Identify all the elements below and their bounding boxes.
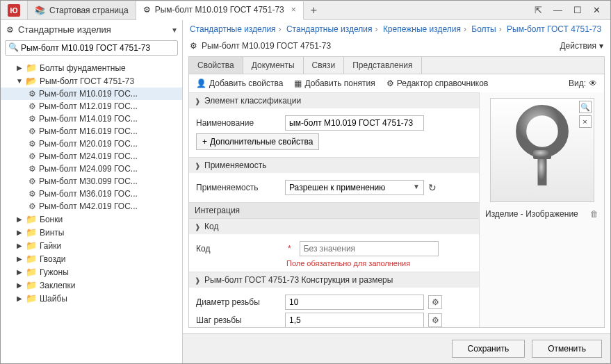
- required-mark: *: [288, 244, 291, 254]
- grid-icon: ▦: [294, 78, 302, 88]
- group-code[interactable]: ❱Код: [189, 218, 479, 234]
- tab-start-label: Стартовая страница: [49, 6, 129, 15]
- content-pane: Стандартные изделия› Стандартные изделия…: [183, 20, 610, 363]
- thread-diameter-input[interactable]: [285, 295, 424, 310]
- tab-properties[interactable]: Свойства: [189, 57, 243, 74]
- tree-item[interactable]: ⚙Рым-болт М14.019 ГОС...: [1, 113, 182, 125]
- save-button[interactable]: Сохранить: [452, 340, 526, 358]
- folder-icon: 📁: [26, 214, 37, 224]
- zoom-icon[interactable]: 🔍: [579, 101, 592, 113]
- gear-icon: ⚙: [6, 25, 14, 35]
- tree-item[interactable]: ⚙Рым-болт М20.019 ГОС...: [1, 138, 182, 150]
- plus-icon: +: [202, 137, 207, 147]
- window-controls: ⇱ — ☐ ✕: [525, 5, 610, 15]
- search-input[interactable]: [5, 40, 178, 56]
- app-logo-tab[interactable]: Ю: [1, 1, 28, 19]
- folder-icon: 📁: [26, 280, 37, 290]
- minimize-icon[interactable]: —: [553, 5, 562, 15]
- book-icon: 📚: [35, 6, 45, 15]
- group-applicability[interactable]: ❱Применяемость: [189, 157, 479, 173]
- tree-item[interactable]: ⚙Рым-болт М42.019 ГОС...: [1, 200, 182, 213]
- tab-active-document[interactable]: ⚙ Рым-болт М10.019 ГОСТ 4751-73 ×: [136, 1, 304, 20]
- caret-right-icon: ▶: [16, 242, 23, 249]
- tree-item[interactable]: ⚙Рым-болт М36.019 ГОС...: [1, 188, 182, 200]
- close-icon[interactable]: ×: [579, 115, 592, 128]
- tree-label: Гайки: [40, 241, 61, 251]
- close-icon[interactable]: ×: [291, 5, 296, 15]
- gear-icon: ⚙: [143, 5, 151, 15]
- tree-folder[interactable]: ▶📁Заклепки: [1, 279, 182, 292]
- sidebar-tree: ▶📁Болты фундаментные ▼📂Рым-болт ГОСТ 475…: [1, 60, 182, 363]
- tree-label: Рым-болт М16.019 ГОС...: [39, 126, 138, 136]
- group-construction[interactable]: ❱Рым-болт ГОСТ 4751-73 Конструкция и раз…: [189, 272, 479, 288]
- tree-folder[interactable]: ▶📁Шайбы: [1, 292, 182, 305]
- chevron-down-icon: ▾: [599, 41, 603, 51]
- folder-icon: 📁: [26, 227, 37, 238]
- additional-properties-button[interactable]: +Дополнительные свойства: [196, 133, 319, 150]
- tree-item[interactable]: ⚙Рым-болт М10.019 ГОС...: [1, 88, 182, 100]
- tree-label: Рым-болт М24.019 ГОС...: [39, 151, 138, 161]
- add-properties-button[interactable]: 👤Добавить свойства: [196, 78, 283, 88]
- group-classification[interactable]: ❱Элемент классификации: [189, 92, 479, 108]
- caret-down-icon: ▼: [16, 77, 23, 85]
- tree-folder[interactable]: ▶📁Гужоны: [1, 265, 182, 279]
- chevron-down-icon: ❱: [195, 97, 200, 105]
- caret-right-icon: ▶: [16, 64, 23, 72]
- code-label: Код: [196, 244, 279, 254]
- footer-bar: Сохранить Отменить: [183, 333, 610, 363]
- breadcrumb-link[interactable]: Болты: [471, 24, 496, 34]
- tab-relations[interactable]: Связи: [304, 57, 345, 74]
- tree-folder[interactable]: ▶📁Гвозди: [1, 252, 182, 265]
- actions-menu[interactable]: Действия▾: [560, 41, 603, 51]
- trash-icon[interactable]: 🗑: [590, 209, 598, 219]
- breadcrumb-link[interactable]: Крепежные изделия: [383, 24, 461, 34]
- name-input[interactable]: [285, 115, 424, 131]
- chevron-down-icon: ❱: [195, 223, 200, 231]
- reference-editor-button[interactable]: ⚙Редактор справочников: [386, 78, 489, 88]
- tree-folder[interactable]: ▶📁Гайки: [1, 239, 182, 252]
- gear-icon: ⚙: [28, 114, 36, 124]
- group-integration[interactable]: Интеграция: [189, 202, 479, 218]
- page-title: ⚙Рым-болт М10.019 ГОСТ 4751-73: [190, 41, 560, 51]
- tree-folder[interactable]: ▶📁Бонки: [1, 213, 182, 226]
- close-window-icon[interactable]: ✕: [593, 5, 601, 15]
- tree-item[interactable]: ⚙Рым-болт М24.099 ГОС...: [1, 163, 182, 175]
- applicability-select[interactable]: Разрешен к применению: [285, 180, 424, 195]
- cancel-button[interactable]: Отменить: [532, 340, 602, 358]
- tree-folder[interactable]: ▶📁Винты: [1, 226, 182, 239]
- tree-item[interactable]: ⚙Рым-болт М12.019 ГОС...: [1, 100, 182, 113]
- maximize-icon[interactable]: ☐: [573, 5, 582, 15]
- caret-right-icon: ▶: [16, 215, 23, 223]
- dock-icon[interactable]: ⇱: [535, 5, 542, 15]
- tab-start-page[interactable]: 📚 Стартовая страница: [28, 1, 136, 19]
- folder-icon: 📁: [26, 267, 37, 277]
- tree-item[interactable]: ⚙Рым-болт М16.019 ГОС...: [1, 125, 182, 138]
- tree-label: Рым-болт М36.019 ГОС...: [39, 189, 138, 199]
- tree-folder[interactable]: ▶📁Болты фундаментные: [1, 61, 182, 74]
- refresh-icon[interactable]: ↻: [428, 182, 437, 193]
- chevron-down-icon: ❱: [195, 162, 200, 169]
- tree-item[interactable]: ⚙Рым-болт М30.099 ГОС...: [1, 175, 182, 188]
- tree-label: Рым-болт М10.019 ГОС...: [39, 89, 138, 99]
- breadcrumb-link[interactable]: Рым-болт ГОСТ 4751-73: [507, 24, 601, 34]
- gear-icon[interactable]: ⚙: [428, 313, 442, 327]
- add-concepts-button[interactable]: ▦Добавить понятия: [294, 78, 375, 88]
- breadcrumb-link[interactable]: Стандартные изделия: [286, 24, 373, 34]
- content-tabs: Свойства Документы Связи Представления: [188, 56, 605, 74]
- eyebolt-icon: [504, 105, 580, 195]
- chevron-down-icon[interactable]: ▾: [172, 25, 177, 35]
- tab-documents[interactable]: Документы: [243, 57, 304, 74]
- gear-icon: ⚙: [190, 41, 197, 51]
- tree-item[interactable]: ⚙Рым-болт М24.019 ГОС...: [1, 150, 182, 163]
- gear-icon[interactable]: ⚙: [428, 295, 442, 309]
- view-toggle[interactable]: Вид:👁: [569, 78, 597, 88]
- tree-label: Гужоны: [40, 267, 69, 277]
- thread-pitch-input[interactable]: [285, 313, 424, 327]
- tab-views[interactable]: Представления: [344, 57, 421, 74]
- breadcrumb-link[interactable]: Стандартные изделия: [190, 24, 276, 34]
- code-error: Поле обязательно для заполнения: [286, 259, 472, 267]
- new-tab-button[interactable]: +: [304, 4, 324, 17]
- tree-folder-open[interactable]: ▼📂Рым-болт ГОСТ 4751-73: [1, 74, 182, 88]
- preview-image: 🔍 ×: [490, 98, 594, 202]
- code-input[interactable]: [300, 241, 439, 256]
